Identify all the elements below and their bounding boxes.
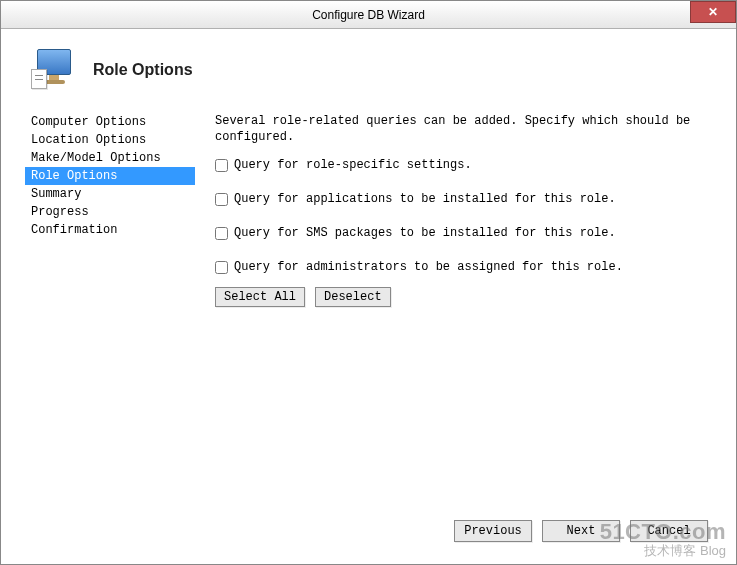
checkbox-sms-packages[interactable] <box>215 227 228 240</box>
checkbox-applications[interactable] <box>215 193 228 206</box>
cancel-button[interactable]: Cancel <box>630 520 708 542</box>
previous-button[interactable]: Previous <box>454 520 532 542</box>
sidebar-item-summary[interactable]: Summary <box>25 185 195 203</box>
sidebar-item-computer-options[interactable]: Computer Options <box>25 113 195 131</box>
checkbox-row-role-settings: Query for role-specific settings. <box>215 157 712 173</box>
sidebar-item-confirmation[interactable]: Confirmation <box>25 221 195 239</box>
wizard-body: Role Options Computer Options Location O… <box>1 29 736 564</box>
header: Role Options <box>31 47 712 93</box>
instruction-text: Several role-related queries can be adde… <box>215 113 712 145</box>
computer-icon <box>31 47 77 93</box>
checkbox-row-sms-packages: Query for SMS packages to be installed f… <box>215 225 712 241</box>
page-title: Role Options <box>93 61 193 79</box>
checkbox-label: Query for role-specific settings. <box>234 157 472 173</box>
next-button[interactable]: Next <box>542 520 620 542</box>
checkbox-row-applications: Query for applications to be installed f… <box>215 191 712 207</box>
close-button[interactable]: ✕ <box>690 1 736 23</box>
checkbox-administrators[interactable] <box>215 261 228 274</box>
checkbox-label: Query for SMS packages to be installed f… <box>234 225 616 241</box>
main-panel: Several role-related queries can be adde… <box>215 113 712 307</box>
sidebar-item-location-options[interactable]: Location Options <box>25 131 195 149</box>
sidebar-item-progress[interactable]: Progress <box>25 203 195 221</box>
wizard-steps-sidebar: Computer Options Location Options Make/M… <box>25 113 195 307</box>
checkbox-label: Query for administrators to be assigned … <box>234 259 623 275</box>
title-bar: Configure DB Wizard ✕ <box>1 1 736 29</box>
checkbox-role-settings[interactable] <box>215 159 228 172</box>
window-title: Configure DB Wizard <box>312 8 425 22</box>
deselect-button[interactable]: Deselect <box>315 287 391 307</box>
checkbox-label: Query for applications to be installed f… <box>234 191 616 207</box>
close-icon: ✕ <box>708 5 718 19</box>
select-all-button[interactable]: Select All <box>215 287 305 307</box>
checkbox-row-administrators: Query for administrators to be assigned … <box>215 259 712 275</box>
sidebar-item-make-model-options[interactable]: Make/Model Options <box>25 149 195 167</box>
sidebar-item-role-options[interactable]: Role Options <box>25 167 195 185</box>
watermark-line2: 技术博客 Blog <box>600 544 726 558</box>
select-buttons-row: Select All Deselect <box>215 287 712 307</box>
wizard-footer: Previous Next Cancel <box>454 520 708 542</box>
